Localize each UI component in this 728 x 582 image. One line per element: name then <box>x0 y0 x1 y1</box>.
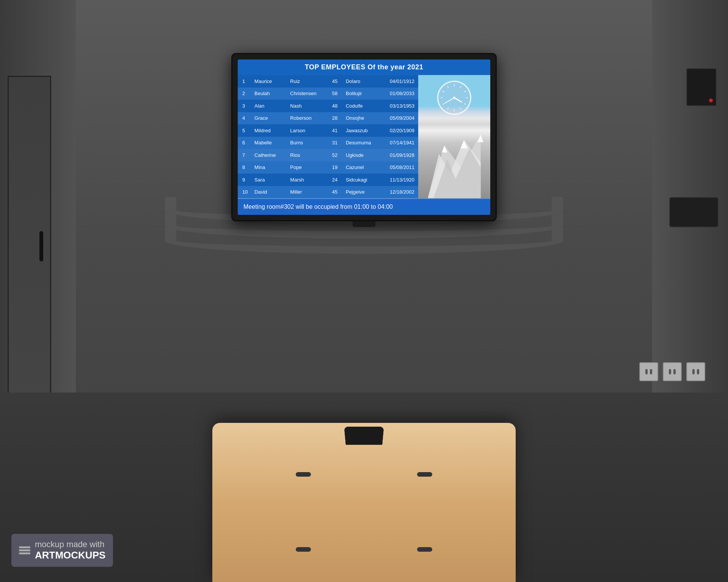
date-cell: 05/09/2004 <box>378 112 418 125</box>
age-cell: 45 <box>327 75 343 88</box>
watermark-icon-layer-2 <box>19 549 30 551</box>
watermark-icon <box>19 546 30 554</box>
firstname-cell: Grace <box>251 112 287 125</box>
age-cell: 31 <box>327 137 343 149</box>
tv-frame: TOP EMPLOYEES Of the year 2021 1 Maurice… <box>231 53 497 221</box>
date-cell: 04/01/1912 <box>378 75 418 88</box>
table-row: 7 Catherine Rios 52 Ugkisde 01/09/1928 <box>238 149 418 161</box>
screen-left: 1 Maurice Ruiz 45 Dolaro 04/01/1912 2 Be… <box>238 75 418 198</box>
table-row: 2 Beulah Christensen 58 Bolitujir 01/08/… <box>238 88 418 100</box>
table-slot-3 <box>296 547 311 552</box>
city-cell: Jawaszub <box>343 124 378 137</box>
date-cell: 11/13/1920 <box>378 174 418 186</box>
table-row: 10 David Miller 45 Pejgeive 12/18/2002 <box>238 186 418 199</box>
age-cell: 24 <box>327 174 343 186</box>
age-cell: 28 <box>327 112 343 125</box>
outlet-slot <box>673 369 676 374</box>
svg-line-16 <box>442 91 444 92</box>
tv-wrapper: TOP EMPLOYEES Of the year 2021 1 Maurice… <box>231 53 497 227</box>
city-cell: Cazunel <box>343 161 378 174</box>
lastname-cell: Larson <box>287 124 327 137</box>
lastname-cell: Christensen <box>287 88 327 100</box>
ticker-text: Meeting room#302 will be occupied from 0… <box>243 203 393 210</box>
table-slot-2 <box>417 472 432 477</box>
chevron-3 <box>165 227 563 254</box>
watermark-brand: ARTMOCKUPS <box>35 549 105 561</box>
age-cell: 45 <box>327 186 343 199</box>
watermark-icon-layer-1 <box>19 546 30 548</box>
firstname-cell: Maurice <box>251 75 287 88</box>
city-cell: Bolitujir <box>343 88 378 100</box>
table-row: 8 Mina Pope 19 Cazunel 05/08/2011 <box>238 161 418 174</box>
employee-table: 1 Maurice Ruiz 45 Dolaro 04/01/1912 2 Be… <box>238 75 418 198</box>
date-cell: 12/18/2002 <box>378 186 418 199</box>
outlet-slot <box>645 369 648 374</box>
date-cell: 01/09/1928 <box>378 149 418 161</box>
city-cell: Onsojhe <box>343 112 378 125</box>
age-cell: 41 <box>327 124 343 137</box>
table-row: 5 Mildred Larson 41 Jawaszub 02/20/1909 <box>238 124 418 137</box>
lastname-cell: Nash <box>287 100 327 112</box>
screen-right <box>418 75 490 198</box>
firstname-cell: Alan <box>251 100 287 112</box>
svg-point-20 <box>453 97 455 99</box>
rank-cell: 1 <box>238 75 251 88</box>
table-row: 6 Mabelle Burns 31 Desumuma 07/14/1941 <box>238 137 418 149</box>
firstname-cell: David <box>251 186 287 199</box>
svg-line-8 <box>464 91 466 92</box>
rank-cell: 6 <box>238 137 251 149</box>
lastname-cell: Rios <box>287 149 327 161</box>
lastname-cell: Pope <box>287 161 327 174</box>
rank-cell: 3 <box>238 100 251 112</box>
lastname-cell: Roberson <box>287 112 327 125</box>
table-row: 1 Maurice Ruiz 45 Dolaro 04/01/1912 <box>238 75 418 88</box>
outlet-1 <box>639 362 658 381</box>
date-cell: 02/20/1909 <box>378 124 418 137</box>
rank-cell: 8 <box>238 161 251 174</box>
outlet-1-slots <box>645 369 652 374</box>
rank-cell: 9 <box>238 174 251 186</box>
city-cell: Pejgeive <box>343 186 378 199</box>
age-cell: 19 <box>327 161 343 174</box>
firstname-cell: Beulah <box>251 88 287 100</box>
lastname-cell: Burns <box>287 137 327 149</box>
rank-cell: 2 <box>238 88 251 100</box>
firstname-cell: Mildred <box>251 124 287 137</box>
outlet-2 <box>663 362 682 381</box>
outlet-slot <box>650 369 652 374</box>
city-cell: Dolaro <box>343 75 378 88</box>
city-cell: Codulfe <box>343 100 378 112</box>
conference-table <box>212 423 516 582</box>
svg-line-10 <box>464 103 466 105</box>
firstname-cell: Catherine <box>251 149 287 161</box>
table-slot-1 <box>296 472 311 477</box>
rank-cell: 7 <box>238 149 251 161</box>
age-cell: 48 <box>327 100 343 112</box>
tv-screen: TOP EMPLOYEES Of the year 2021 1 Maurice… <box>238 59 490 215</box>
outlet-2-slots <box>669 369 676 374</box>
rank-cell: 5 <box>238 124 251 137</box>
table-slot-4 <box>417 547 432 552</box>
svg-line-19 <box>445 98 454 103</box>
tv-stand <box>353 221 375 227</box>
svg-line-17 <box>447 86 449 88</box>
age-cell: 52 <box>327 149 343 161</box>
svg-line-14 <box>442 103 444 105</box>
rank-cell: 10 <box>238 186 251 199</box>
watermark: mockup made with ARTMOCKUPS <box>11 534 113 567</box>
svg-line-13 <box>447 108 449 110</box>
svg-marker-5 <box>477 134 483 142</box>
outlet-slot <box>697 369 699 374</box>
date-cell: 03/13/1953 <box>378 100 418 112</box>
table-row: 4 Grace Roberson 28 Onsojhe 05/09/2004 <box>238 112 418 125</box>
clock-face <box>438 82 470 114</box>
watermark-text: mockup made with ARTMOCKUPS <box>35 540 105 561</box>
firstname-cell: Mina <box>251 161 287 174</box>
mountain-image <box>418 75 490 198</box>
table-container <box>193 427 535 582</box>
screen-main: 1 Maurice Ruiz 45 Dolaro 04/01/1912 2 Be… <box>238 75 490 198</box>
table-row: 9 Sara Marsh 24 Sidcukagi 11/13/1920 <box>238 174 418 186</box>
screen-header: TOP EMPLOYEES Of the year 2021 <box>238 59 490 75</box>
svg-line-11 <box>460 108 461 110</box>
watermark-made-with: mockup made with <box>35 540 104 549</box>
